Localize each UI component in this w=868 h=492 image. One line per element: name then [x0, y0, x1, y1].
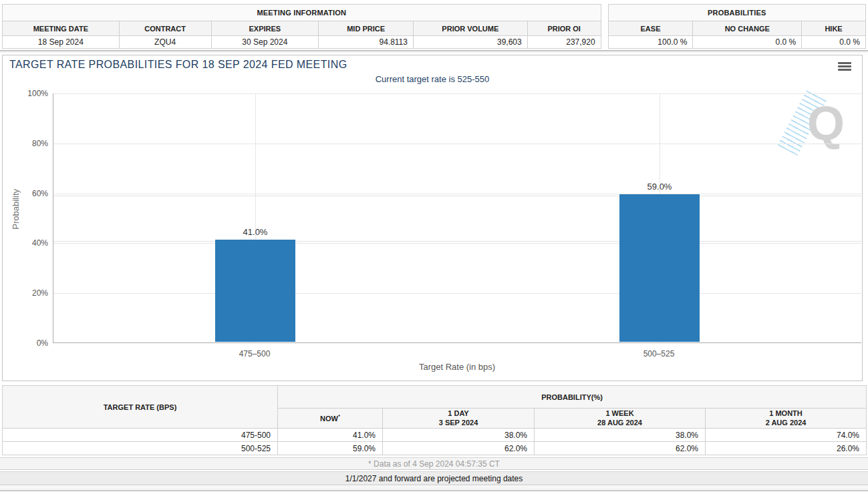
y-axis-tick-label: 100% — [3, 89, 48, 98]
one-week-probability-cell: 38.0% — [535, 429, 706, 442]
expires-header: EXPIRES — [211, 21, 319, 36]
target-rate-bps-header: TARGET RATE (BPS) — [3, 386, 278, 429]
no-change-header: NO CHANGE — [693, 21, 802, 36]
one-day-probability-cell: 62.0% — [383, 442, 535, 455]
hike-value: 0.0 % — [802, 36, 866, 49]
y-axis-tick-label: 20% — [3, 288, 48, 298]
bar-value-label: 41.0% — [243, 227, 268, 237]
ease-value: 100.0 % — [608, 36, 693, 49]
one-month-column-header: 1 MONTH2 AUG 2024 — [706, 409, 867, 429]
bar-chart-plot-area: 41.0% 59.0% — [53, 93, 861, 343]
one-day-probability-cell: 38.0% — [383, 429, 535, 442]
bar-value-label: 59.0% — [647, 182, 672, 192]
probability-bar-500-525[interactable] — [619, 194, 700, 342]
prior-oi-header: PRIOR OI — [527, 21, 601, 36]
bar-value-refline — [53, 196, 861, 196]
chart-subtitle: Current target rate is 525-550 — [3, 74, 862, 84]
probability-bar-475-500[interactable] — [215, 240, 295, 342]
bar-group-475-500: 41.0% — [215, 227, 295, 342]
ease-header: EASE — [608, 21, 693, 36]
contract-header: CONTRACT — [119, 21, 211, 36]
one-week-column-header: 1 WEEK28 AUG 2024 — [535, 409, 706, 429]
meeting-information-title: MEETING INFORMATION — [3, 5, 601, 21]
one-month-probability-cell: 26.0% — [706, 442, 867, 455]
prior-volume-value: 39,603 — [413, 36, 527, 49]
table-row: 475-500 41.0% 38.0% 38.0% 74.0% — [3, 429, 867, 442]
section-divider — [0, 50, 868, 52]
y-axis-tick-label: 80% — [3, 139, 48, 148]
hamburger-menu-icon[interactable] — [838, 62, 851, 72]
probabilities-summary-table: PROBABILITIES EASE NO CHANGE HIKE 100.0 … — [608, 4, 866, 49]
probability-chart-card: TARGET RATE PROBABILITIES FOR 18 SEP 202… — [2, 55, 863, 381]
bottom-strip — [0, 486, 868, 491]
probability-history-table: TARGET RATE (BPS) PROBABILITY(%) NOW* 1 … — [2, 385, 867, 455]
rate-cell: 475-500 — [3, 429, 278, 442]
x-tick-label-500-525: 500–525 — [605, 349, 712, 358]
x-tick-label-475-500: 475–500 — [201, 349, 308, 358]
now-column-header: NOW* — [278, 409, 383, 429]
meeting-date-value: 18 Sep 2024 — [3, 36, 120, 49]
hike-header: HIKE — [802, 21, 866, 36]
y-axis-tick-label: 40% — [3, 238, 48, 248]
prior-oi-value: 237,920 — [527, 36, 601, 49]
now-probability-cell: 41.0% — [278, 429, 383, 442]
mid-price-value: 94.8113 — [319, 36, 414, 49]
prior-volume-header: PRIOR VOLUME — [413, 21, 527, 36]
meeting-date-header: MEETING DATE — [3, 21, 120, 36]
one-day-column-header: 1 DAY3 SEP 2024 — [383, 409, 535, 429]
table-row: 500-525 59.0% 62.0% 62.0% 26.0% — [3, 442, 867, 455]
mid-price-header: MID PRICE — [319, 21, 414, 36]
probabilities-title: PROBABILITIES — [608, 5, 865, 21]
one-month-probability-cell: 74.0% — [706, 429, 867, 442]
y-axis-tick-label: 60% — [3, 189, 48, 198]
footnote-asterisk: * — [338, 413, 340, 419]
x-axis-title: Target Rate (in bps) — [53, 362, 861, 372]
one-week-probability-cell: 62.0% — [535, 442, 706, 455]
bar-group-500-525: 59.0% — [619, 182, 700, 342]
data-as-of-footnote: * Data as of 4 Sep 2024 04:57:35 CT — [0, 457, 868, 470]
contract-value: ZQU4 — [119, 36, 211, 49]
y-axis-tick-label: 0% — [3, 338, 48, 348]
probability-group-header: PROBABILITY(%) — [278, 386, 867, 409]
no-change-value: 0.0 % — [693, 36, 802, 49]
expires-value: 30 Sep 2024 — [211, 36, 319, 49]
bar-value-refline — [53, 241, 861, 242]
rate-cell: 500-525 — [3, 442, 278, 455]
chart-title: TARGET RATE PROBABILITIES FOR 18 SEP 202… — [9, 59, 347, 71]
top-summary-area: MEETING INFORMATION MEETING DATE CONTRAC… — [0, 0, 868, 49]
now-probability-cell: 59.0% — [278, 442, 383, 455]
meeting-information-table: MEETING INFORMATION MEETING DATE CONTRAC… — [2, 4, 601, 49]
projected-dates-note: 1/1/2027 and forward are projected meeti… — [0, 471, 868, 485]
